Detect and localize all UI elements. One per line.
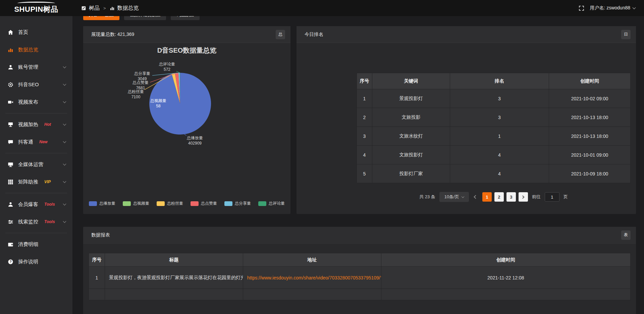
report-column-header: 地址 bbox=[243, 253, 381, 267]
chevron-down-icon bbox=[63, 122, 66, 126]
chat-icon bbox=[7, 139, 13, 145]
panels-row: 展现量总数: 421,369 总 D音SEO数据量总览 总播放量总视频量总粉丝量… bbox=[83, 26, 636, 214]
legend-item-总点赞量[interactable]: 总点赞量 bbox=[191, 201, 217, 206]
user-icon bbox=[7, 64, 13, 70]
sidebar-item-video-publish[interactable]: 视频发布 bbox=[0, 93, 72, 111]
ranking-cell: 文旅水纹灯 bbox=[372, 127, 450, 146]
sidebar-item-label: 矩阵助推 bbox=[18, 179, 38, 185]
sidebar-item-video-heat[interactable]: 视频加热Hot bbox=[0, 116, 72, 133]
overview-breadcrumb-icon bbox=[110, 6, 115, 11]
username-label: 用户名: zswodun88 bbox=[590, 5, 630, 11]
chevron-right-icon bbox=[521, 195, 525, 199]
ranking-cell: 文旅投影灯 bbox=[372, 146, 450, 164]
sidebar-item-label: 数据总览 bbox=[18, 47, 38, 53]
ranking-row: 2文旅投影32021-10-13 18:00 bbox=[357, 108, 631, 127]
day-badge-button[interactable]: 日 bbox=[621, 30, 631, 39]
legend-label: 总点赞量 bbox=[201, 201, 217, 206]
sidebar-divider bbox=[5, 153, 67, 153]
pie-label-总点赞量: 总点赞量7681 bbox=[132, 80, 149, 91]
page-buttons: 123 bbox=[482, 192, 528, 202]
ranking-cell: 3 bbox=[450, 89, 549, 108]
ranking-panel-header: 今日排名 日 bbox=[297, 26, 636, 43]
svg-text:?: ? bbox=[9, 260, 11, 263]
ranking-row: 3文旅水纹灯12021-10-13 18:00 bbox=[357, 127, 631, 146]
sidebar-item-douyin-seo[interactable]: 抖音SEO bbox=[0, 76, 72, 93]
breadcrumb: 树品 > 数据总览 bbox=[81, 5, 139, 12]
page-button-2[interactable]: 2 bbox=[494, 192, 504, 202]
sidebar-item-home[interactable]: 首页 bbox=[0, 23, 72, 41]
legend-item-总视频量[interactable]: 总视频量 bbox=[123, 201, 149, 206]
sidebar-divider bbox=[5, 233, 67, 233]
legend-item-总评论量[interactable]: 总评论量 bbox=[258, 201, 285, 206]
pie-label-总播放量: 总播放量402909 bbox=[187, 136, 203, 146]
video-upload-icon bbox=[7, 99, 13, 105]
legend-item-总分享量[interactable]: 总分享量 bbox=[224, 201, 251, 206]
ranking-column-header: 排名 bbox=[450, 73, 549, 89]
ranking-cell: 2021-10-09 18:00 bbox=[549, 164, 631, 183]
legend-item-总粉丝量[interactable]: 总粉丝量 bbox=[157, 201, 183, 206]
pagination: 共 23 条 10条/页 123 前往 页 bbox=[357, 192, 631, 202]
ranking-cell: 2021-10-02 09:00 bbox=[549, 89, 631, 108]
top-header: SHUPIN树品 树品 > 数据总览 用户名: zswodun88 bbox=[0, 0, 644, 16]
report-cell-title: 景观投影灯，夜游景观投影灯厂家展示展示落花灯在花园里的灯光投影应用效果 # bbox=[105, 267, 243, 289]
page-button-3[interactable]: 3 bbox=[506, 192, 516, 202]
breadcrumb-root[interactable]: 树品 bbox=[89, 5, 100, 12]
fullscreen-icon[interactable] bbox=[579, 5, 584, 11]
sidebar-divider bbox=[5, 113, 67, 113]
sidebar-item-badge: Tools bbox=[44, 219, 55, 224]
report-table: 序号标题地址创建时间1景观投影灯，夜游景观投影灯厂家展示展示落花灯在花园里的灯光… bbox=[89, 253, 631, 300]
sidebar-item-clue-monitor[interactable]: 线索监控Tools bbox=[0, 213, 72, 230]
breadcrumb-separator: > bbox=[103, 6, 106, 11]
home-icon bbox=[7, 29, 13, 35]
report-column-header: 创建时间 bbox=[381, 253, 630, 267]
sidebar-item-badge: VIP bbox=[44, 179, 51, 184]
ranking-cell: 5 bbox=[357, 164, 372, 183]
next-page-button[interactable] bbox=[519, 192, 528, 202]
sidebar-item-label: 会员爆客 bbox=[18, 201, 38, 208]
legend-item-总播放量[interactable]: 总播放量 bbox=[89, 201, 115, 206]
ranking-cell: 3 bbox=[357, 127, 372, 146]
sidebar-item-label: 视频加热 bbox=[18, 121, 38, 128]
page-button-1[interactable]: 1 bbox=[482, 192, 492, 202]
monitor-icon bbox=[7, 161, 13, 167]
ranking-cell: 2 bbox=[357, 108, 372, 127]
table-badge-button[interactable]: 表 bbox=[621, 230, 631, 240]
ranking-column-header: 关键词 bbox=[372, 73, 450, 89]
header-right: 用户名: zswodun88 bbox=[579, 5, 644, 11]
report-row bbox=[89, 289, 631, 300]
report-title: 数据报表 bbox=[91, 232, 110, 238]
sidebar-item-douketong[interactable]: 抖客通New bbox=[0, 133, 72, 151]
user-menu[interactable]: 用户名: zswodun88 bbox=[590, 5, 635, 11]
chevron-down-icon bbox=[462, 195, 464, 198]
sidebar-item-label: 账号管理 bbox=[18, 64, 38, 70]
sidebar-item-data-overview[interactable]: 数据总览 bbox=[0, 41, 72, 58]
legend-swatch bbox=[224, 201, 232, 206]
app-logo[interactable]: SHUPIN树品 bbox=[0, 2, 72, 14]
goto-page-input[interactable] bbox=[545, 192, 559, 202]
ranking-cell: 4 bbox=[450, 164, 549, 183]
ranking-panel: 今日排名 日 序号关键词排名创建时间1景观投影灯32021-10-02 09:0… bbox=[297, 26, 636, 214]
ranking-cell: 4 bbox=[450, 146, 549, 164]
sidebar-item-label: 视频发布 bbox=[18, 99, 38, 105]
ranking-cell: 投影灯厂家 bbox=[372, 164, 450, 183]
chevron-down-icon bbox=[63, 140, 66, 143]
ranking-cell: 1 bbox=[450, 127, 549, 146]
sidebar-item-operation-guide[interactable]: ?操作说明 bbox=[0, 253, 72, 270]
shupin-breadcrumb-icon bbox=[81, 6, 86, 11]
sidebar-item-consumption-detail[interactable]: 消费明细 bbox=[0, 235, 72, 253]
sidebar-item-member-baoke[interactable]: 会员爆客Tools bbox=[0, 196, 72, 213]
total-badge-button[interactable]: 总 bbox=[276, 30, 285, 39]
report-link[interactable]: https://www.iesdouyin.com/share/video/70… bbox=[243, 267, 381, 289]
report-column-header: 标题 bbox=[105, 253, 243, 267]
sidebar-item-account-management[interactable]: 账号管理 bbox=[0, 58, 72, 76]
page-size-select[interactable]: 10条/页 bbox=[439, 192, 469, 202]
legend-swatch bbox=[191, 201, 199, 206]
sidebar-item-media-operation[interactable]: 全媒体运营 bbox=[0, 156, 72, 173]
legend-swatch bbox=[258, 201, 266, 206]
prev-page-icon[interactable] bbox=[474, 195, 477, 199]
ranking-cell: 2021-10-13 18:00 bbox=[549, 108, 631, 127]
sidebar-item-matrix-boost[interactable]: 矩阵助推VIP bbox=[0, 173, 72, 191]
ranking-cell: 3 bbox=[450, 108, 549, 127]
ranking-row: 4文旅投影灯42021-10-01 09:00 bbox=[357, 146, 631, 164]
ranking-row: 5投影灯厂家42021-10-09 18:00 bbox=[357, 164, 631, 183]
